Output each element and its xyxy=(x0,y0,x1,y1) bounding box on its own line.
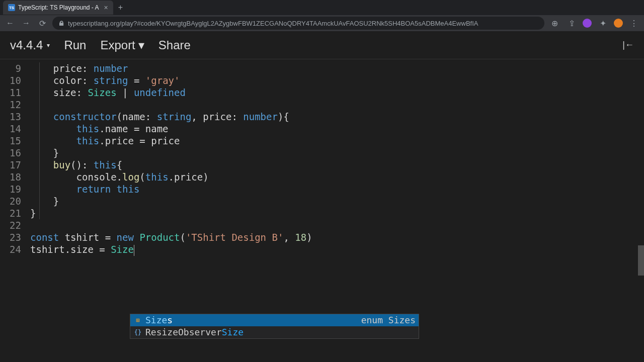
code-line[interactable]: console.log(this.price) xyxy=(30,171,312,183)
tab-title: TypeScript: TS Playground - A xyxy=(18,4,99,11)
code-line[interactable]: } xyxy=(30,195,312,207)
line-number: 18 xyxy=(0,171,21,183)
extension-icons: ⊕ ⇪ ✦ ⋮ xyxy=(548,19,640,28)
address-bar: ← → ⟳ 🔒︎ typescriptlang.org/play?#code/K… xyxy=(0,15,644,31)
scrollbar-thumb[interactable] xyxy=(638,245,644,276)
autocomplete-detail: enum Sizes xyxy=(361,314,416,326)
code-line[interactable]: } xyxy=(30,207,312,219)
autocomplete-label: Sizes xyxy=(145,314,173,326)
code-line[interactable] xyxy=(30,99,312,111)
line-number: 19 xyxy=(0,183,21,195)
code-line[interactable]: } xyxy=(30,147,312,159)
autocomplete-label: ResizeObserverSize xyxy=(145,326,244,338)
code-line[interactable]: tshirt.size = Size xyxy=(30,243,312,255)
collapse-sidebar-icon[interactable]: |← xyxy=(622,40,634,50)
back-button[interactable]: ← xyxy=(4,19,16,28)
line-number: 16 xyxy=(0,147,21,159)
profile-avatar[interactable] xyxy=(614,19,623,28)
code-content[interactable]: price: number color: string = 'gray' siz… xyxy=(30,62,312,255)
code-line[interactable] xyxy=(30,219,312,231)
version-selector[interactable]: v4.4.4 ▾ xyxy=(10,38,50,52)
line-number: 12 xyxy=(0,99,21,111)
extensions-icon[interactable]: ✦ xyxy=(597,19,609,28)
text-cursor xyxy=(134,245,134,256)
share-icon[interactable]: ⇪ xyxy=(566,19,578,28)
line-number: 10 xyxy=(0,74,21,86)
chevron-down-icon: ▾ xyxy=(138,38,144,52)
indent-guide xyxy=(39,62,40,219)
enum-icon: ⊞ xyxy=(133,316,142,325)
version-label: v4.4.4 xyxy=(10,38,43,52)
forward-button[interactable]: → xyxy=(20,19,32,28)
line-number: 22 xyxy=(0,219,21,231)
url-field[interactable]: 🔒︎ typescriptlang.org/play?#code/KYOwrgt… xyxy=(52,17,544,30)
line-number: 11 xyxy=(0,86,21,99)
browser-tab[interactable]: TS TypeScript: TS Playground - A × xyxy=(3,1,113,15)
share-button[interactable]: Share xyxy=(158,38,191,52)
code-line[interactable]: constructor(name: string, price: number)… xyxy=(30,111,312,123)
chevron-down-icon: ▾ xyxy=(47,42,50,49)
line-number: 23 xyxy=(0,231,21,243)
code-line[interactable]: this.name = name xyxy=(30,123,312,135)
autocomplete-item[interactable]: {}ResizeObserverSize xyxy=(130,326,419,338)
tab-bar: TS TypeScript: TS Playground - A × + xyxy=(0,0,644,15)
reload-button[interactable]: ⟳ xyxy=(36,19,48,28)
zoom-icon[interactable]: ⊕ xyxy=(548,19,560,28)
autocomplete-popup[interactable]: ⊞Sizesenum Sizes{}ResizeObserverSize xyxy=(130,314,419,339)
autocomplete-item[interactable]: ⊞Sizesenum Sizes xyxy=(130,314,419,326)
code-line[interactable]: color: string = 'gray' xyxy=(30,74,312,86)
line-number: 15 xyxy=(0,135,21,147)
line-number: 13 xyxy=(0,111,21,123)
code-line[interactable]: this.price = price xyxy=(30,135,312,147)
playground-toolbar: v4.4.4 ▾ Run Export ▾ Share |← xyxy=(0,31,644,59)
line-number: 24 xyxy=(0,243,21,255)
code-editor[interactable]: 9101112131415161718192021222324 price: n… xyxy=(0,59,644,255)
code-line[interactable]: return this xyxy=(30,183,312,195)
code-line[interactable]: buy(): this{ xyxy=(30,159,312,171)
line-number: 14 xyxy=(0,123,21,135)
code-line[interactable]: size: Sizes | undefined xyxy=(30,86,312,99)
run-button[interactable]: Run xyxy=(64,38,86,52)
line-number-gutter: 9101112131415161718192021222324 xyxy=(0,62,30,255)
export-button[interactable]: Export ▾ xyxy=(100,38,144,52)
new-tab-button[interactable]: + xyxy=(118,3,123,12)
ts-favicon: TS xyxy=(8,4,15,11)
line-number: 20 xyxy=(0,195,21,207)
menu-icon[interactable]: ⋮ xyxy=(628,19,640,28)
line-number: 21 xyxy=(0,207,21,219)
code-line[interactable]: price: number xyxy=(30,62,312,74)
extension-icon[interactable] xyxy=(583,19,592,28)
code-line[interactable]: const tshirt = new Product('TShirt Desig… xyxy=(30,231,312,243)
iface-icon: {} xyxy=(133,328,142,337)
lock-icon: 🔒︎ xyxy=(58,20,65,27)
close-tab-icon[interactable]: × xyxy=(104,4,108,12)
url-text: typescriptlang.org/play?#code/KYOwrgtgBA… xyxy=(68,20,478,27)
browser-chrome: TS TypeScript: TS Playground - A × + ← →… xyxy=(0,0,644,31)
line-number: 17 xyxy=(0,159,21,171)
line-number: 9 xyxy=(0,62,21,74)
